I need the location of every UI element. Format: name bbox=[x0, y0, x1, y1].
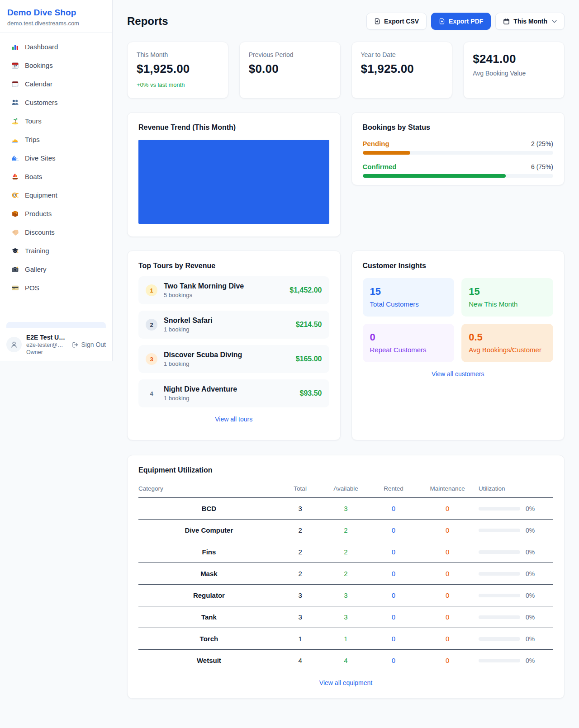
cell-total: 1 bbox=[280, 628, 321, 650]
sidebar-item-customers[interactable]: Customers bbox=[6, 94, 106, 110]
sidebar-item-dive-sites[interactable]: Dive Sites bbox=[6, 150, 106, 166]
sidebar-item-reports-active-partial[interactable] bbox=[6, 322, 106, 328]
equipment-table: Category Total Available Rented Maintena… bbox=[138, 481, 553, 671]
dive-mask-icon bbox=[11, 191, 19, 199]
tile-label: Avg Bookings/Customer bbox=[469, 346, 546, 354]
table-row: Dive Computer 2 2 0 0 0% bbox=[138, 520, 553, 541]
progress-track bbox=[363, 151, 554, 155]
tile-repeat-customers: 0 Repeat Customers bbox=[363, 324, 455, 362]
top-tours-panel: Top Tours by Revenue 1 Two Tank Morning … bbox=[127, 251, 341, 440]
tile-avg-bookings-customer: 0.5 Avg Bookings/Customer bbox=[461, 324, 553, 362]
status-row-confirmed: Confirmed 6 (75%) bbox=[363, 163, 554, 178]
utilization-track bbox=[479, 615, 520, 619]
tile-new-this-month: 15 New This Month bbox=[461, 278, 553, 317]
sign-out-button[interactable]: Sign Out bbox=[72, 341, 106, 348]
sign-out-label: Sign Out bbox=[81, 341, 106, 348]
sidebar-item-dashboard[interactable]: Dashboard bbox=[6, 38, 106, 55]
cell-category: Regulator bbox=[138, 585, 280, 606]
cell-total: 3 bbox=[280, 585, 321, 606]
cell-maintenance: 0 bbox=[416, 650, 479, 671]
logout-icon bbox=[72, 341, 79, 348]
sidebar-item-boats[interactable]: Boats bbox=[6, 168, 106, 184]
sidebar-item-products[interactable]: Products bbox=[6, 205, 106, 222]
cell-available: 1 bbox=[321, 628, 370, 650]
sidebar-item-gallery[interactable]: Gallery bbox=[6, 261, 106, 277]
tour-name: Discover Scuba Diving bbox=[164, 351, 290, 359]
cell-rented: 0 bbox=[371, 563, 417, 585]
sidebar-item-pos[interactable]: POS bbox=[6, 279, 106, 296]
column-header: Utilization bbox=[479, 481, 553, 498]
table-row: Wetsuit 4 4 0 0 0% bbox=[138, 650, 553, 671]
sidebar-item-equipment[interactable]: Equipment bbox=[6, 187, 106, 203]
tear-calendar-icon bbox=[11, 80, 19, 88]
wave-icon bbox=[11, 154, 19, 162]
bar-chart-icon bbox=[11, 43, 19, 51]
stat-value: $1,925.00 bbox=[137, 62, 219, 76]
sidebar-item-label: Boats bbox=[25, 173, 42, 180]
cell-utilization: 0% bbox=[479, 650, 553, 671]
progress-track bbox=[363, 174, 554, 178]
cell-maintenance: 0 bbox=[416, 498, 479, 520]
sidebar-item-bookings[interactable]: 17 Bookings bbox=[6, 57, 106, 73]
sidebar-item-tours[interactable]: Tours bbox=[6, 113, 106, 129]
utilization-track bbox=[479, 572, 520, 576]
panel-title: Equipment Utilization bbox=[138, 466, 553, 474]
stat-value: $241.00 bbox=[473, 52, 555, 66]
export-pdf-button[interactable]: Export PDF bbox=[431, 13, 491, 30]
cell-total: 3 bbox=[280, 606, 321, 628]
sidebar-item-calendar[interactable]: Calendar bbox=[6, 76, 106, 92]
utilization-pct: 0% bbox=[526, 657, 535, 664]
tile-value: 15 bbox=[469, 286, 546, 298]
revenue-trend-bar bbox=[138, 140, 329, 224]
stat-card-this-month: This Month $1,925.00 +0% vs last month bbox=[127, 42, 228, 99]
rank-badge: 3 bbox=[146, 353, 157, 365]
sidebar-item-label: Gallery bbox=[25, 265, 47, 273]
sidebar-item-training[interactable]: Training bbox=[6, 242, 106, 259]
export-pdf-label: Export PDF bbox=[449, 18, 483, 25]
view-all-equipment-link[interactable]: View all equipment bbox=[138, 679, 553, 686]
sidebar-item-discounts[interactable]: Discounts bbox=[6, 224, 106, 240]
cell-utilization: 0% bbox=[479, 498, 553, 520]
stat-label: Previous Period bbox=[249, 51, 331, 58]
cell-available: 2 bbox=[321, 541, 370, 563]
tour-bookings: 1 booking bbox=[164, 395, 294, 402]
panel-title: Bookings by Status bbox=[363, 123, 554, 132]
cell-rented: 0 bbox=[371, 498, 417, 520]
brand-name[interactable]: Demo Dive Shop bbox=[7, 8, 105, 18]
tour-row: 2 Snorkel Safari 1 booking $214.50 bbox=[138, 311, 329, 339]
status-row-pending: Pending 2 (25%) bbox=[363, 140, 554, 155]
table-row: Torch 1 1 0 0 0% bbox=[138, 628, 553, 650]
tour-row: 3 Discover Scuba Diving 1 booking $165.0… bbox=[138, 345, 329, 373]
tour-bookings: 1 booking bbox=[164, 326, 290, 333]
progress-fill bbox=[363, 151, 410, 155]
sidebar-item-label: Products bbox=[25, 210, 52, 217]
table-header-row: Category Total Available Rented Maintena… bbox=[138, 481, 553, 498]
calendar-date-icon: 17 bbox=[11, 61, 19, 69]
brand[interactable]: Demo Dive Shop demo.test.divestreams.com bbox=[0, 0, 112, 33]
cell-utilization: 0% bbox=[479, 563, 553, 585]
column-header: Category bbox=[138, 481, 280, 498]
tour-row: 4 Night Dive Adventure 1 booking $93.50 bbox=[138, 379, 329, 407]
status-label: Confirmed bbox=[363, 163, 397, 170]
user-email: e2e-tester@… bbox=[26, 342, 65, 348]
cell-utilization: 0% bbox=[479, 628, 553, 650]
panel-title: Customer Insights bbox=[363, 262, 554, 270]
insight-tiles: 15 Total Customers 15 New This Month 0 R… bbox=[363, 278, 554, 362]
stat-delta: +0% vs last month bbox=[137, 81, 219, 88]
tag-icon bbox=[11, 228, 19, 236]
utilization-pct: 0% bbox=[526, 635, 535, 643]
utilization-pct: 0% bbox=[526, 505, 535, 512]
utilization-track bbox=[479, 529, 520, 532]
tour-bookings: 5 bookings bbox=[164, 292, 283, 298]
sidebar-item-trips[interactable]: Trips bbox=[6, 131, 106, 147]
export-csv-button[interactable]: Export CSV bbox=[366, 13, 427, 30]
period-dropdown[interactable]: This Month bbox=[495, 13, 565, 30]
export-csv-label: Export CSV bbox=[384, 18, 419, 25]
cell-maintenance: 0 bbox=[416, 606, 479, 628]
view-all-customers-link[interactable]: View all customers bbox=[363, 370, 554, 378]
cell-available: 2 bbox=[321, 520, 370, 541]
speedboat-icon bbox=[11, 135, 19, 143]
sidebar-item-label: Tours bbox=[25, 117, 42, 125]
person-icon bbox=[10, 341, 18, 348]
view-all-tours-link[interactable]: View all tours bbox=[138, 416, 329, 423]
